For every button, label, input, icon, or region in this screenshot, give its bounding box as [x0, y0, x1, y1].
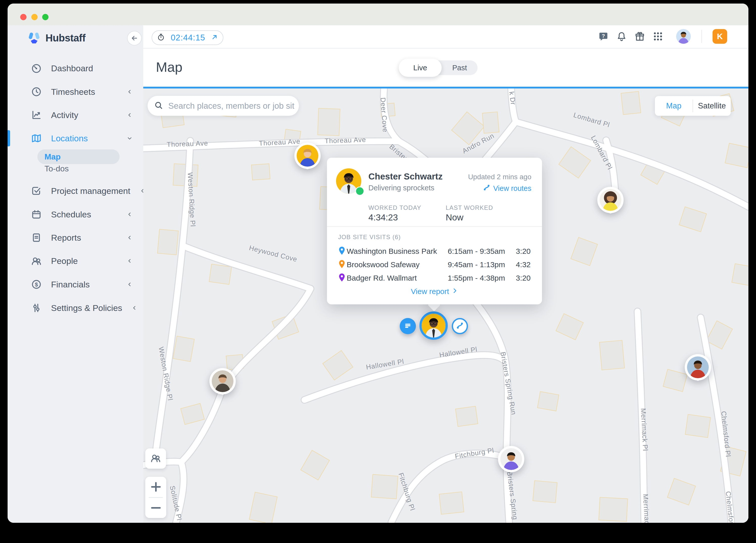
- avatar: [209, 368, 236, 394]
- topbar: 02:44:15 ?K: [143, 25, 748, 49]
- zoom-window-button[interactable]: [42, 14, 49, 20]
- stopwatch-icon: [157, 33, 165, 42]
- svg-text:?: ?: [602, 33, 605, 39]
- sidebar-item-todos[interactable]: To-dos: [44, 163, 69, 174]
- sidebar-item-financials[interactable]: $Financials: [8, 273, 143, 296]
- map-layer-control: Map Satellite: [655, 96, 731, 116]
- apps-grid-icon[interactable]: [652, 31, 664, 42]
- toggle-members-button[interactable]: [145, 449, 166, 469]
- brand-name: Hubstaff: [45, 32, 85, 44]
- map-marker-member-2[interactable]: [597, 187, 624, 213]
- sidebar-item-people[interactable]: People: [8, 249, 143, 273]
- route-icon: [456, 322, 464, 331]
- marker-route-button[interactable]: [452, 318, 468, 334]
- sidebar-item-map[interactable]: Map: [37, 149, 120, 164]
- close-window-button[interactable]: [20, 14, 27, 20]
- page-title: Map: [156, 59, 182, 75]
- job-site-visits-label: JOB SITE VISITS (6): [338, 233, 401, 241]
- map-marker-member-5[interactable]: [498, 446, 524, 472]
- people-icon: [150, 453, 161, 465]
- layer-satellite-button[interactable]: Satellite: [693, 96, 731, 116]
- people-icon: [31, 255, 42, 266]
- pin-icon: [338, 273, 347, 283]
- worked-today-value: 4:34:23: [368, 212, 398, 222]
- sidebar-item-schedules[interactable]: Schedules: [8, 203, 143, 226]
- street-label: Merrimack: [642, 494, 651, 523]
- visit-time-range: 9:45am - 1:13pm: [448, 260, 508, 269]
- search-icon: [154, 101, 163, 111]
- list-icon: [404, 321, 412, 331]
- zoom-in-button[interactable]: [145, 477, 166, 497]
- map-marker-member-1[interactable]: [294, 142, 321, 169]
- brand-logo[interactable]: Hubstaff: [27, 30, 85, 46]
- sidebar-item-activity[interactable]: Activity: [8, 103, 143, 127]
- basemap: Thoreau AveThoreau AveThoreau AveDeer Co…: [143, 88, 748, 523]
- card-divider: [327, 226, 542, 227]
- map-canvas[interactable]: Thoreau AveThoreau AveThoreau AveDeer Co…: [143, 88, 748, 523]
- topbar-divider: [701, 30, 702, 43]
- visit-site: Washington Business Park: [347, 247, 448, 255]
- org-badge[interactable]: K: [713, 29, 727, 44]
- job-site-visit-row[interactable]: Brookswood Safeway9:45am - 1:13pm4:32: [338, 258, 531, 271]
- timer-widget[interactable]: 02:44:15: [152, 30, 223, 45]
- job-site-visit-row[interactable]: Washington Business Park6:15am - 9:35am3…: [338, 245, 531, 257]
- view-report-link[interactable]: View report: [327, 287, 542, 296]
- toggle-past[interactable]: Past: [442, 60, 478, 75]
- minus-icon: [151, 507, 161, 509]
- visit-duration: 3:20: [508, 247, 531, 255]
- avatar: [498, 446, 524, 472]
- map-marker-member-3[interactable]: [685, 354, 711, 381]
- search-input[interactable]: [168, 101, 295, 111]
- pin-icon: [338, 246, 347, 256]
- minimize-window-button[interactable]: [31, 14, 38, 20]
- chevron-left-icon: [127, 211, 133, 217]
- map-search[interactable]: [148, 96, 299, 116]
- marker-notes-button[interactable]: [400, 318, 416, 334]
- back-button[interactable]: [127, 31, 142, 45]
- chevron-right-icon: [452, 287, 458, 296]
- open-timer-icon[interactable]: [211, 34, 218, 41]
- user-avatar[interactable]: [676, 29, 691, 44]
- plus-icon: [151, 482, 161, 492]
- view-routes-link[interactable]: View routes: [483, 184, 531, 193]
- sidebar-item-timesheets[interactable]: Timesheets: [8, 80, 143, 103]
- map-marker-member-4[interactable]: [209, 368, 236, 394]
- macos-titlebar: [8, 4, 748, 25]
- settings-icon: [31, 302, 42, 314]
- notifications-icon[interactable]: [616, 31, 627, 42]
- sidebar-item-dashboard[interactable]: Dashboard: [8, 57, 143, 80]
- sidebar-item-settings-policies[interactable]: Settings & Policies: [8, 296, 143, 320]
- roads: [143, 88, 748, 522]
- layer-map-button[interactable]: Map: [655, 96, 693, 116]
- sidebar-item-locations[interactable]: Locations: [8, 127, 143, 150]
- job-site-visit-row[interactable]: Badger Rd. Wallmart1:55pm - 4:38pm3:20: [338, 272, 531, 284]
- toggle-live[interactable]: Live: [399, 59, 442, 77]
- accent-divider: [143, 87, 748, 88]
- chevron-left-icon: [127, 282, 133, 288]
- chevron-left-icon: [127, 112, 133, 118]
- reports-icon: [31, 232, 42, 243]
- map-marker-member-chester[interactable]: [419, 312, 448, 340]
- help-icon[interactable]: ?: [598, 31, 609, 42]
- zoom-out-button[interactable]: [145, 498, 166, 518]
- gift-icon[interactable]: [634, 31, 645, 42]
- zoom-control: [145, 477, 166, 518]
- visit-time-range: 6:15am - 9:35am: [448, 247, 508, 255]
- worked-today-label: WORKED TODAY: [368, 204, 421, 211]
- updated-timestamp: Updated 2 mins ago: [468, 173, 531, 181]
- svg-text:$: $: [35, 282, 38, 288]
- member-name: Chester Schwartz: [368, 171, 443, 181]
- sidebar-item-reports[interactable]: Reports: [8, 226, 143, 249]
- locations-icon: [31, 133, 42, 144]
- main-area: 02:44:15 ?K Map Past Live Thoreau AveTho…: [143, 25, 748, 523]
- activity-icon: [31, 109, 42, 121]
- visit-time-range: 1:55pm - 4:38pm: [448, 274, 508, 283]
- dashboard-icon: [31, 63, 42, 74]
- chevron-left-icon: [127, 258, 133, 264]
- avatar: [419, 312, 448, 340]
- street-label: Fitchburg Pl: [454, 446, 494, 460]
- avatar: [685, 354, 711, 381]
- chevron-down-icon: [127, 135, 133, 141]
- last-worked-label: LAST WORKED: [446, 204, 493, 211]
- sidebar-item-project-management[interactable]: Project management: [8, 179, 143, 202]
